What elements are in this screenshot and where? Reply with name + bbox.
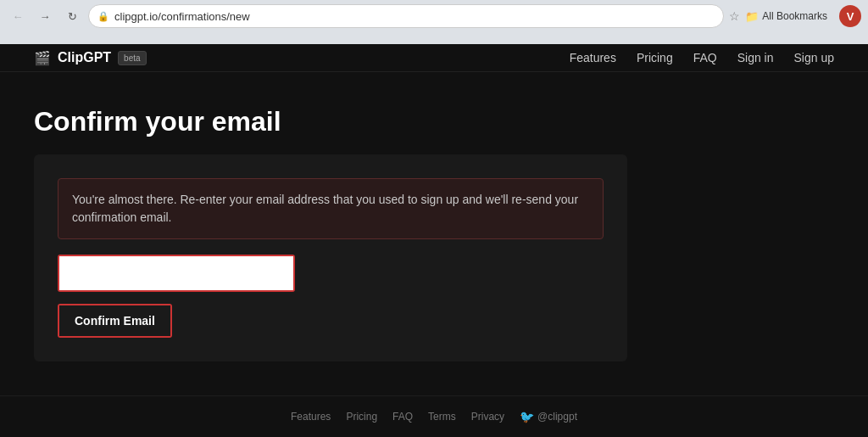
twitter-icon: 🐦 — [520, 410, 534, 423]
footer-twitter[interactable]: 🐦 @clipgpt — [520, 410, 577, 423]
nav-signup[interactable]: Sign up — [794, 51, 834, 64]
footer-privacy[interactable]: Privacy — [471, 411, 504, 423]
bookmarks-label: All Bookmarks — [762, 10, 827, 22]
bookmark-star-button[interactable]: ☆ — [729, 9, 740, 23]
footer-pricing[interactable]: Pricing — [346, 411, 377, 423]
lock-icon: 🔒 — [97, 11, 109, 22]
address-bar[interactable]: 🔒 clipgpt.io/confirmations/new — [88, 4, 724, 28]
nav-signin[interactable]: Sign in — [737, 51, 774, 64]
confirm-email-button[interactable]: Confirm Email — [59, 305, 170, 336]
url-text: clipgpt.io/confirmations/new — [114, 10, 715, 23]
reload-button[interactable]: ↻ — [61, 5, 83, 27]
confirm-button-wrapper: Confirm Email — [58, 304, 172, 338]
page-title: Confirm your email — [34, 106, 834, 137]
twitter-handle: @clipgpt — [537, 411, 577, 423]
email-input[interactable] — [59, 256, 293, 290]
nav-faq[interactable]: FAQ — [693, 51, 717, 64]
info-box: You're almost there. Re-enter your email… — [58, 178, 604, 239]
navigation: 🎬 ClipGPT beta Features Pricing FAQ Sign… — [0, 44, 868, 72]
footer-faq[interactable]: FAQ — [392, 411, 413, 423]
nav-pricing[interactable]: Pricing — [637, 51, 673, 64]
beta-badge: beta — [118, 51, 146, 65]
browser-chrome: ← → ↻ 🔒 clipgpt.io/confirmations/new ☆ 📁… — [0, 0, 868, 44]
back-button[interactable]: ← — [7, 5, 29, 27]
main-content: Confirm your email You're almost there. … — [0, 72, 868, 395]
bookmarks-area: 📁 All Bookmarks — [745, 10, 834, 23]
footer: Features Pricing FAQ Terms Privacy 🐦 @cl… — [0, 395, 868, 437]
forward-button[interactable]: → — [34, 5, 56, 27]
footer-links: Features Pricing FAQ Terms Privacy 🐦 @cl… — [0, 410, 868, 423]
logo-icon: 🎬 — [34, 50, 51, 66]
brand: 🎬 ClipGPT beta — [34, 50, 147, 66]
info-text: You're almost there. Re-enter your email… — [72, 191, 589, 227]
bookmarks-folder-icon: 📁 — [745, 10, 759, 23]
page: 🎬 ClipGPT beta Features Pricing FAQ Sign… — [0, 44, 868, 437]
nav-links: Features Pricing FAQ Sign in Sign up — [570, 51, 834, 64]
confirm-card: You're almost there. Re-enter your email… — [34, 154, 627, 361]
footer-terms[interactable]: Terms — [428, 411, 456, 423]
nav-features[interactable]: Features — [570, 51, 616, 64]
footer-features[interactable]: Features — [291, 411, 331, 423]
browser-toolbar: ← → ↻ 🔒 clipgpt.io/confirmations/new ☆ 📁… — [0, 0, 868, 32]
email-input-wrapper — [58, 255, 295, 292]
brand-name: ClipGPT — [58, 50, 111, 65]
profile-button[interactable]: V — [839, 5, 861, 27]
